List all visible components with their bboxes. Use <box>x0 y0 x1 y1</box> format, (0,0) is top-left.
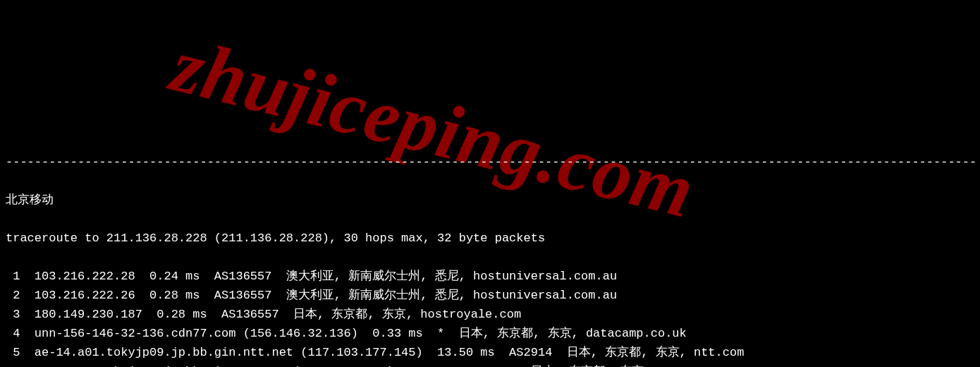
hop-detail: 180.149.230.187 0.28 ms AS136557 日本, 东京都… <box>20 308 521 321</box>
hop-detail: 103.216.222.28 0.24 ms AS136557 澳大利亚, 新南… <box>20 270 617 283</box>
hop-number: 5 <box>6 346 20 359</box>
heading-line: 北京移动 <box>6 191 974 210</box>
hop-line: 3 180.149.230.187 0.28 ms AS136557 日本, 东… <box>6 305 974 324</box>
hop-number: 2 <box>6 289 20 302</box>
hop-number: 4 <box>6 327 20 340</box>
hop-line: 2 103.216.222.26 0.28 ms AS136557 澳大利亚, … <box>6 286 974 305</box>
hop-detail: ae-14.a01.tokyjp09.jp.bb.gin.ntt.net (11… <box>20 346 744 359</box>
hop-line: 4 unn-156-146-32-136.cdn77.com (156.146.… <box>6 324 974 343</box>
hop-number: 3 <box>6 308 20 321</box>
terminal-output: ----------------------------------------… <box>0 133 980 367</box>
traceroute-header-line: traceroute to 211.136.28.228 (211.136.28… <box>6 229 974 248</box>
hop-detail: 103.216.222.26 0.28 ms AS136557 澳大利亚, 新南… <box>20 289 617 302</box>
separator-line: ----------------------------------------… <box>6 152 974 172</box>
hop-line: 1 103.216.222.28 0.24 ms AS136557 澳大利亚, … <box>6 267 974 286</box>
hop-line: 5 ae-14.a01.tokyjp09.jp.bb.gin.ntt.net (… <box>6 343 974 362</box>
hop-number: 1 <box>6 270 20 283</box>
hop-line: 6 ae-1.r30.tokyjp05.jp.bb.gin.ntt.net (1… <box>6 362 974 367</box>
hop-detail: unn-156-146-32-136.cdn77.com (156.146.32… <box>20 327 686 340</box>
